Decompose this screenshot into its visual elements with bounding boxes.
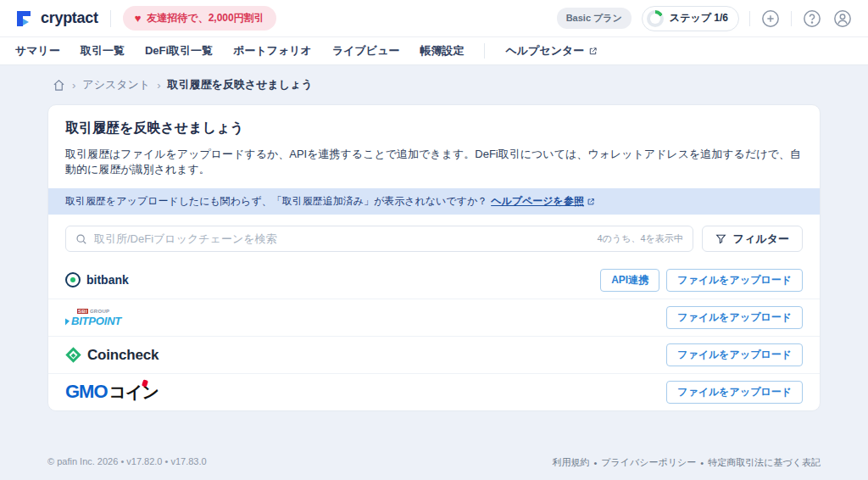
breadcrumb-separator: › [157, 79, 160, 92]
exchange-row-bitbank: bitbank API連携 ファイルをアップロード [48, 261, 820, 299]
nav-transactions[interactable]: 取引一覧 [81, 43, 125, 59]
bitbank-logo: bitbank [65, 272, 129, 287]
breadcrumb: › アシスタント › 取引履歴を反映させましょう [0, 65, 868, 103]
step-label: ステップ 1/6 [670, 11, 728, 25]
help-notice-banner: 取引履歴をアップロードしたにも関わらず、「取引履歴追加済み」が表示されないですか… [48, 188, 820, 215]
nav-divider [484, 43, 485, 59]
nav-ledger-settings[interactable]: 帳簿設定 [420, 43, 464, 59]
exchange-name-part: コイン [109, 381, 159, 404]
dot-separator: • [593, 458, 597, 468]
main-nav: サマリー 取引一覧 DeFi取引一覧 ポートフォリオ ライブビュー 帳簿設定 ヘ… [0, 37, 868, 65]
home-icon[interactable] [53, 79, 65, 92]
exchange-name: bitbank [86, 273, 129, 287]
bitpoint-logo-icon [65, 317, 70, 325]
account-button[interactable] [832, 8, 853, 29]
header-divider [110, 10, 111, 27]
breadcrumb-separator: › [72, 79, 75, 92]
cryptact-logo-icon [15, 9, 34, 28]
bitpoint-logo: SBI GROUP BITPOINT [65, 309, 121, 327]
page-description: 取引履歴はファイルをアップロードするか、APIを連携することで追加できます。De… [65, 147, 803, 177]
copyright-version: © pafin Inc. 2026 • v17.82.0 • v17.83.0 [47, 456, 207, 469]
funnel-icon [715, 233, 726, 244]
coincheck-logo: Coincheck [65, 347, 159, 364]
exchange-search-box[interactable]: 4のうち、4を表示中 [65, 226, 693, 252]
step-progress[interactable]: ステップ 1/6 [642, 6, 739, 31]
referral-badge[interactable]: ♥ 友達招待で、2,000円割引 [123, 6, 276, 31]
nav-liveview[interactable]: ライブビュー [332, 43, 400, 59]
dot-separator: • [700, 458, 704, 468]
nav-portfolio[interactable]: ポートフォリオ [233, 43, 312, 59]
bitbank-logo-icon [65, 272, 81, 287]
add-button[interactable] [760, 8, 781, 29]
page-footer: © pafin Inc. 2026 • v17.82.0 • v17.83.0 … [47, 456, 821, 469]
filter-button[interactable]: フィルター [702, 226, 803, 252]
breadcrumb-current: 取引履歴を反映させましょう [168, 77, 313, 92]
header-divider [791, 11, 792, 26]
exchange-row-bitpoint: SBI GROUP BITPOINT ファイルをアップロード [48, 299, 820, 336]
external-link-icon [588, 47, 598, 56]
search-icon [75, 233, 87, 245]
privacy-policy-link[interactable]: プライバシーポリシー [601, 456, 696, 469]
file-upload-button[interactable]: ファイルをアップロード [666, 306, 803, 329]
coincheck-logo-icon [65, 347, 81, 362]
commercial-law-link[interactable]: 特定商取引法に基づく表記 [708, 456, 821, 469]
page-title: 取引履歴を反映させましょう [65, 120, 803, 137]
progress-ring-icon [647, 10, 664, 27]
external-link-icon [587, 198, 595, 206]
terms-link[interactable]: 利用規約 [552, 456, 589, 469]
help-button[interactable] [802, 8, 822, 29]
nav-defi-transactions[interactable]: DeFi取引一覧 [145, 43, 213, 59]
file-upload-button[interactable]: ファイルをアップロード [666, 381, 803, 404]
sbi-group-mark: SBI GROUP [77, 309, 109, 314]
notice-text: 取引履歴をアップロードしたにも関わらず、「取引履歴追加済み」が表示されないですか… [65, 194, 487, 209]
exchange-name-part: GMO [65, 381, 108, 403]
cryptact-logo[interactable]: cryptact [15, 9, 98, 28]
plan-badge: Basic プラン [557, 8, 632, 29]
exchange-name: BITPOINT [71, 315, 121, 327]
help-page-link[interactable]: ヘルプページを参照 [491, 194, 595, 209]
exchange-row-gmo-coin: GMO コイン ファイルをアップロード [48, 373, 820, 410]
transaction-history-card: 取引履歴を反映させましょう 取引履歴はファイルをアップロードするか、APIを連携… [47, 104, 821, 411]
heart-icon: ♥ [135, 12, 142, 25]
search-input[interactable] [94, 232, 591, 245]
api-connect-button[interactable]: API連携 [600, 269, 659, 292]
exchange-row-coincheck: Coincheck ファイルをアップロード [48, 336, 820, 373]
result-count: 4のうち、4を表示中 [598, 232, 683, 245]
exchange-name: Coincheck [87, 347, 159, 364]
referral-badge-label: 友達招待で、2,000円割引 [147, 11, 264, 25]
file-upload-button[interactable]: ファイルをアップロード [666, 343, 803, 366]
app-header: cryptact ♥ 友達招待で、2,000円割引 Basic プラン ステップ… [0, 0, 868, 37]
nav-summary[interactable]: サマリー [15, 43, 60, 59]
brand-name: cryptact [41, 9, 98, 27]
header-divider [749, 11, 750, 26]
nav-help-center[interactable]: ヘルプセンター [505, 43, 598, 59]
breadcrumb-assistant[interactable]: アシスタント [82, 77, 150, 92]
file-upload-button[interactable]: ファイルをアップロード [666, 269, 803, 292]
gmo-coin-logo: GMO コイン [65, 381, 159, 404]
